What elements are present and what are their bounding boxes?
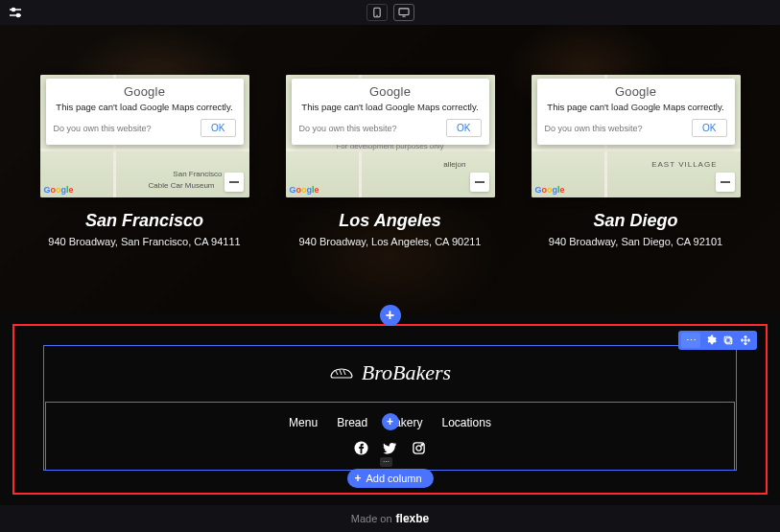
- google-maps-error-modal: Google This page can't load Google Maps …: [46, 79, 244, 145]
- social-icons-row: ⋯: [353, 440, 428, 457]
- map-place-label: Cable Car Museum: [149, 181, 215, 190]
- element-toolbar: ⋯: [678, 331, 757, 350]
- map-place-label: San Francisco: [173, 170, 222, 178]
- map-place-label: allejon: [443, 160, 465, 169]
- brand-name: BroBakers: [362, 360, 451, 385]
- nav-social-frame[interactable]: Menu Bread Bakery Locations ⋯: [45, 402, 735, 471]
- add-column-button[interactable]: + Add column: [346, 469, 433, 488]
- nav-link[interactable]: Locations: [442, 416, 491, 429]
- modal-message: This page can't load Google Maps correct…: [54, 102, 236, 112]
- twitter-icon[interactable]: [382, 440, 399, 457]
- svg-rect-8: [726, 338, 732, 344]
- add-section-button[interactable]: +: [380, 305, 401, 326]
- add-column-label: Add column: [366, 473, 421, 484]
- map-embed[interactable]: EAST VILLAGE Google This page can't load…: [532, 75, 741, 197]
- map-place-label: EAST VILLAGE: [651, 160, 717, 169]
- location-card: For development purposes only allejon Go…: [286, 75, 495, 247]
- plus-icon: +: [354, 472, 361, 485]
- map-embed[interactable]: San Francisco Cable Car Museum Google Th…: [40, 75, 249, 197]
- location-title: San Francisco: [85, 211, 203, 231]
- facebook-icon[interactable]: [353, 440, 370, 457]
- viewport-mobile-button[interactable]: [366, 4, 388, 21]
- add-element-button[interactable]: +: [382, 413, 399, 430]
- location-card: EAST VILLAGE Google This page can't load…: [532, 75, 741, 247]
- svg-rect-6: [399, 9, 409, 15]
- credit-name[interactable]: flexbe: [396, 512, 430, 525]
- toolbar-copy-button[interactable]: [720, 333, 737, 348]
- svg-point-3: [16, 13, 19, 16]
- footer-block-frame[interactable]: BroBakers + Menu Bread Bakery Locations: [43, 345, 737, 471]
- modal-ok-button[interactable]: OK: [692, 119, 726, 137]
- map-embed[interactable]: For development purposes only allejon Go…: [286, 75, 495, 197]
- modal-ok-button[interactable]: OK: [201, 119, 235, 137]
- hero-section: San Francisco Cable Car Museum Google Th…: [0, 25, 780, 314]
- modal-title: Google: [545, 84, 727, 99]
- toolbar-move-button[interactable]: [737, 333, 754, 348]
- modal-owner-link[interactable]: Do you own this website?: [299, 124, 397, 133]
- svg-point-12: [416, 446, 421, 451]
- viewport-desktop-button[interactable]: [393, 4, 414, 21]
- plus-icon: +: [380, 305, 401, 326]
- google-logo: Google: [44, 185, 74, 195]
- modal-title: Google: [299, 84, 482, 99]
- svg-point-1: [12, 8, 14, 11]
- selected-section-frame[interactable]: ⋯ BroBakers + Menu Bread Bakery: [12, 324, 768, 495]
- svg-point-13: [421, 444, 423, 446]
- map-zoom-out-button[interactable]: [716, 173, 735, 192]
- location-card: San Francisco Cable Car Museum Google Th…: [40, 75, 249, 247]
- location-cards-row: San Francisco Cable Car Museum Google Th…: [0, 75, 780, 247]
- platform-credit: Made on flexbe: [0, 505, 780, 532]
- brand-row[interactable]: BroBakers: [44, 346, 736, 400]
- svg-rect-9: [724, 336, 730, 342]
- modal-message: This page can't load Google Maps correct…: [299, 102, 482, 112]
- modal-title: Google: [54, 84, 236, 99]
- google-maps-error-modal: Google This page can't load Google Maps …: [537, 79, 735, 145]
- map-zoom-out-button[interactable]: [225, 173, 244, 192]
- location-address: 940 Broadway, Los Angeles, CA 90211: [299, 236, 482, 247]
- nav-link[interactable]: Menu: [289, 416, 318, 429]
- modal-ok-button[interactable]: OK: [446, 119, 481, 137]
- instagram-icon[interactable]: [411, 440, 428, 457]
- location-title: Los Angeles: [339, 211, 440, 231]
- google-logo: Google: [290, 185, 319, 195]
- social-edit-badge[interactable]: ⋯: [380, 457, 392, 467]
- modal-message: This page can't load Google Maps correct…: [545, 102, 727, 112]
- location-address: 940 Broadway, San Francisco, CA 94111: [48, 236, 240, 247]
- map-zoom-out-button[interactable]: [470, 173, 489, 192]
- google-logo: Google: [535, 185, 565, 195]
- toolbar-more-button[interactable]: ⋯: [681, 333, 700, 348]
- plus-icon: +: [382, 413, 399, 430]
- nav-link[interactable]: Bread: [337, 416, 367, 429]
- location-title: San Diego: [593, 211, 677, 231]
- google-maps-error-modal: Google This page can't load Google Maps …: [292, 79, 489, 145]
- bread-icon: [329, 366, 354, 380]
- viewport-toggle-group: [366, 4, 414, 21]
- modal-owner-link[interactable]: Do you own this website?: [545, 124, 643, 133]
- toolbar-settings-button[interactable]: [702, 333, 720, 348]
- top-toolbar: [0, 0, 780, 25]
- credit-prefix: Made on: [351, 513, 392, 524]
- modal-owner-link[interactable]: Do you own this website?: [54, 124, 152, 133]
- settings-sliders-icon[interactable]: [8, 5, 23, 20]
- location-address: 940 Broadway, San Diego, CA 92101: [549, 236, 722, 247]
